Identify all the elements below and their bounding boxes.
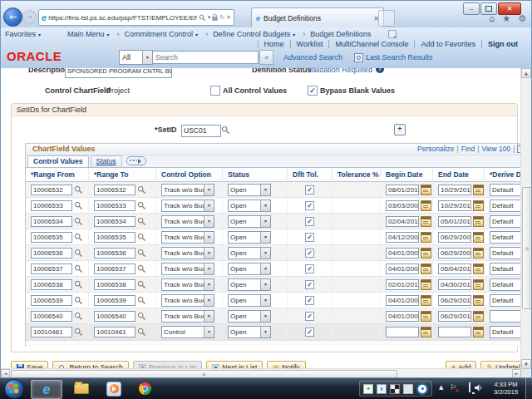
calendar-icon[interactable] bbox=[473, 264, 484, 274]
close-button[interactable]: ✕ bbox=[498, 2, 521, 15]
dropdown-arrow-icon[interactable]: ▼ bbox=[204, 200, 214, 211]
calendar-icon[interactable] bbox=[473, 279, 484, 290]
range-to-input[interactable]: 10006533 bbox=[94, 200, 135, 211]
start-button[interactable] bbox=[4, 379, 24, 399]
control-option-select[interactable]: Track w/o Budg▼ bbox=[161, 278, 214, 291]
end-date-input[interactable]: 06/29/2016 bbox=[438, 311, 471, 322]
address-search-icon[interactable] bbox=[199, 14, 206, 22]
lookup-icon[interactable] bbox=[137, 217, 146, 226]
portal-link[interactable]: Sign out bbox=[481, 40, 524, 48]
dropdown-arrow-icon[interactable]: ▼ bbox=[260, 311, 270, 322]
control-option-select[interactable]: Track w/o Budg▼ bbox=[161, 247, 214, 259]
status-select[interactable]: Open▼ bbox=[228, 263, 271, 275]
taskbar-explorer-button[interactable] bbox=[68, 380, 95, 397]
range-from-input[interactable]: 10006538 bbox=[31, 279, 72, 290]
all-control-values-checkbox[interactable] bbox=[210, 86, 220, 96]
end-date-input[interactable]: 10/29/2011 bbox=[438, 200, 471, 211]
range-from-input[interactable]: 10006535 bbox=[31, 232, 72, 243]
lookup-icon[interactable] bbox=[137, 185, 146, 195]
portal-link[interactable]: Add to Favorites bbox=[414, 40, 481, 48]
end-date-input[interactable]: 04/30/2016 bbox=[438, 279, 471, 290]
scroll-up-icon[interactable]: ▲ bbox=[521, 68, 531, 78]
volume-icon[interactable] bbox=[474, 383, 483, 394]
search-scope-select[interactable]: All ▼ bbox=[119, 50, 153, 65]
dropdown-arrow-icon[interactable]: ▼ bbox=[204, 264, 214, 274]
status-select[interactable]: Open▼ bbox=[228, 200, 271, 212]
lookup-icon[interactable] bbox=[137, 328, 146, 337]
dflt-tol-checkbox[interactable]: ✓ bbox=[305, 249, 314, 258]
find-link[interactable]: Find bbox=[461, 145, 475, 153]
vertical-scrollbar[interactable]: ▲ ≡ ▼ bbox=[520, 68, 531, 369]
calendar-icon[interactable] bbox=[421, 185, 431, 195]
definition-status-help-icon[interactable]: ? bbox=[376, 68, 384, 73]
dflt-tol-checkbox[interactable]: ✓ bbox=[305, 280, 314, 289]
network-icon[interactable] bbox=[469, 382, 470, 392]
begin-date-input[interactable]: 04/01/2006 bbox=[386, 311, 419, 322]
taskbar-media-player-button[interactable] bbox=[101, 380, 127, 397]
dropdown-arrow-icon[interactable]: ▼ bbox=[204, 311, 214, 322]
tray-icon-1[interactable]: + bbox=[363, 384, 373, 394]
status-select[interactable]: Open▼ bbox=[228, 294, 271, 307]
lookup-icon[interactable] bbox=[137, 264, 146, 273]
control-option-select[interactable]: Track w/o Budg▼ bbox=[161, 231, 214, 244]
dflt-tol-checkbox[interactable]: ✓ bbox=[305, 201, 314, 210]
tray-icon-5[interactable] bbox=[416, 383, 428, 395]
advanced-search-link[interactable]: Advanced Search bbox=[283, 53, 342, 62]
begin-date-input[interactable]: 08/01/2011 bbox=[386, 185, 419, 195]
stop-icon[interactable]: ✕ bbox=[226, 14, 231, 21]
lookup-icon[interactable] bbox=[74, 233, 83, 242]
lookup-icon[interactable] bbox=[137, 296, 146, 305]
dropdown-arrow-icon[interactable]: ▼ bbox=[204, 185, 214, 195]
tray-icon-4[interactable] bbox=[403, 384, 413, 394]
url-text[interactable]: https://fms-tst.ps.sc.edu/psp/FTST/EMPLO… bbox=[48, 14, 197, 22]
range-to-input[interactable]: 10006537 bbox=[94, 264, 135, 274]
dflt-tol-checkbox[interactable]: ✓ bbox=[305, 185, 314, 195]
address-bar[interactable]: e https://fms-tst.ps.sc.edu/psp/FTST/EMP… bbox=[38, 9, 234, 26]
status-select[interactable]: Open▼ bbox=[228, 231, 271, 244]
lookup-icon[interactable] bbox=[137, 249, 146, 258]
last-search-results-link[interactable]: Last Search Results bbox=[366, 53, 433, 62]
dropdown-arrow-icon[interactable]: ▼ bbox=[260, 216, 270, 227]
range-from-input[interactable]: 10006534 bbox=[31, 216, 72, 227]
breadcrumb-item[interactable]: Main Menu ▾ › bbox=[67, 30, 125, 38]
range-to-input[interactable]: 10006538 bbox=[94, 279, 135, 290]
setid-lookup-icon[interactable] bbox=[221, 126, 230, 135]
portal-link[interactable]: MultiChannel Console bbox=[328, 40, 414, 48]
lookup-icon[interactable] bbox=[137, 280, 146, 289]
search-input[interactable] bbox=[153, 51, 259, 64]
back-button[interactable]: ← bbox=[3, 7, 22, 27]
range-to-input[interactable]: 10006536 bbox=[94, 248, 135, 259]
lookup-icon[interactable] bbox=[137, 312, 146, 321]
status-select[interactable]: Open▼ bbox=[228, 247, 271, 259]
begin-date-input[interactable]: 04/01/2007 bbox=[386, 248, 419, 259]
control-option-select[interactable]: Control▼ bbox=[161, 326, 214, 338]
dflt-tol-checkbox[interactable]: ✓ bbox=[305, 328, 314, 337]
range-to-input[interactable]: 10006535 bbox=[94, 232, 135, 243]
bypass-blank-values-checkbox[interactable]: ✓ bbox=[308, 86, 318, 96]
dropdown-arrow-icon[interactable]: ▼ bbox=[260, 327, 270, 337]
begin-date-input[interactable]: 04/01/2006 bbox=[386, 295, 419, 306]
description-input[interactable]: SPONSORED PROGRAM CNTRL BUDGET bbox=[65, 68, 172, 78]
dropdown-arrow-icon[interactable]: ▼ bbox=[260, 295, 270, 306]
calendar-icon[interactable] bbox=[473, 185, 484, 195]
breadcrumb-item[interactable]: Define Control Budgets ▾ › bbox=[213, 30, 310, 38]
lookup-icon[interactable] bbox=[74, 264, 83, 273]
dropdown-arrow-icon[interactable]: ▼ bbox=[204, 295, 214, 306]
gear-icon[interactable]: ⚙ bbox=[518, 14, 526, 23]
dropdown-arrow-icon[interactable]: ▼ bbox=[204, 248, 214, 259]
portal-link[interactable]: Home bbox=[258, 40, 290, 48]
refresh-icon[interactable]: ↻ bbox=[219, 14, 224, 21]
add-row-button[interactable]: + bbox=[394, 124, 406, 135]
dflt-tol-checkbox[interactable]: ✓ bbox=[305, 264, 314, 273]
dflt-tol-checkbox[interactable]: ✓ bbox=[305, 296, 314, 305]
range-to-input[interactable]: 10006534 bbox=[94, 216, 135, 227]
lookup-icon[interactable] bbox=[74, 201, 83, 210]
calendar-icon[interactable] bbox=[421, 216, 431, 227]
calendar-icon[interactable] bbox=[421, 264, 431, 274]
end-date-input[interactable]: 05/01/2013 bbox=[438, 216, 471, 227]
dropdown-arrow-icon[interactable]: ▼ bbox=[204, 327, 214, 337]
range-to-input[interactable]: 10006539 bbox=[94, 295, 135, 306]
control-option-select[interactable]: Track w/o Budg▼ bbox=[161, 200, 214, 212]
dflt-tol-checkbox[interactable]: ✓ bbox=[305, 233, 314, 242]
dropdown-arrow-icon[interactable]: ▼ bbox=[204, 279, 214, 290]
